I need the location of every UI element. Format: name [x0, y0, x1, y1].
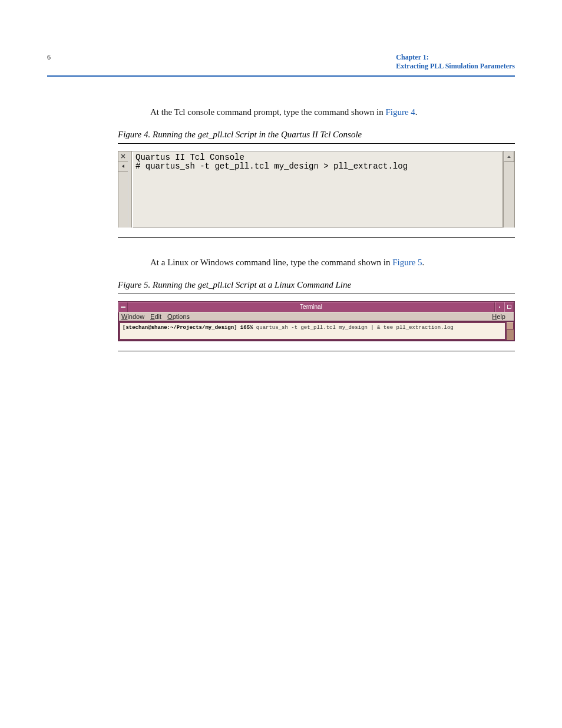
figure4-link[interactable]: Figure 4: [385, 107, 415, 117]
menu-edit[interactable]: Edit: [150, 313, 161, 320]
figure5-terminal: Terminal Window Edit Options Help [stech…: [118, 301, 515, 341]
terminal-text[interactable]: [stechan@shane:~/Projects/my_design] 165…: [119, 322, 506, 340]
collapse-icon[interactable]: [118, 162, 128, 172]
scroll-up-icon[interactable]: [507, 322, 514, 330]
figure5-caption: Figure 5. Running the get_pll.tcl Script…: [118, 280, 515, 290]
terminal-title: Terminal: [128, 302, 495, 312]
figure4-caption: Figure 4. Running the get_pll.tcl Script…: [118, 130, 515, 140]
tcl-console-text[interactable]: Quartus II Tcl Console # quartus_sh -t g…: [133, 151, 503, 228]
svg-rect-2: [507, 305, 511, 309]
svg-rect-0: [121, 307, 125, 308]
console-left-gutter: [118, 151, 128, 228]
figure5-link[interactable]: Figure 5: [392, 258, 422, 267]
chapter-title: Chapter 1: Extracting PLL Simulation Par…: [396, 53, 515, 71]
page-header: 6 Chapter 1: Extracting PLL Simulation P…: [47, 53, 515, 77]
close-icon[interactable]: [118, 151, 128, 162]
terminal-menubar: Window Edit Options Help: [118, 312, 514, 321]
terminal-scrollbar[interactable]: [506, 322, 514, 340]
scroll-up-icon[interactable]: [504, 151, 514, 162]
window-menu-icon[interactable]: [119, 302, 128, 312]
scrollbar[interactable]: [503, 151, 514, 228]
paragraph-2: At a Linux or Windows command line, type…: [150, 256, 515, 269]
svg-rect-1: [499, 307, 500, 308]
paragraph-1: At the Tcl console command prompt, type …: [150, 106, 515, 119]
minimize-icon[interactable]: [495, 302, 504, 312]
figure4-console: Quartus II Tcl Console # quartus_sh -t g…: [118, 151, 515, 228]
menu-options[interactable]: Options: [167, 313, 190, 320]
menu-window[interactable]: Window: [121, 313, 144, 320]
terminal-titlebar: Terminal: [118, 302, 514, 312]
menu-help[interactable]: Help: [492, 313, 505, 320]
page-number: 6: [47, 53, 51, 71]
maximize-icon[interactable]: [504, 302, 514, 312]
